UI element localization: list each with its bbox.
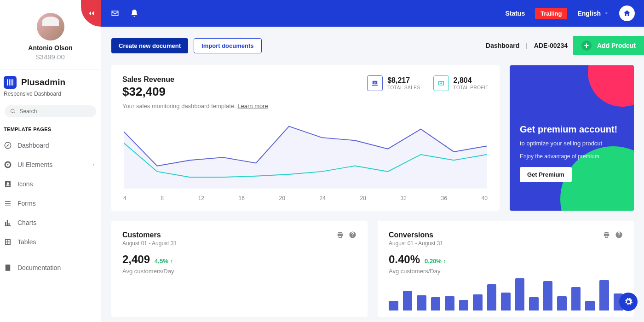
- total-sales-value: $8,217: [387, 77, 420, 84]
- print-icon[interactable]: [336, 231, 344, 239]
- gear-icon: [624, 297, 633, 306]
- revenue-value: $32,409: [122, 85, 268, 99]
- bar: [473, 294, 483, 310]
- conversions-delta: 0.20% ↑: [425, 258, 446, 264]
- breadcrumb-dashboard[interactable]: Dashboard: [486, 42, 519, 49]
- promo-title: Get premium account!: [520, 123, 624, 135]
- chevron-right-icon: [92, 162, 96, 167]
- total-profit-stat: 2,804 TOTAL PROFIT: [433, 75, 489, 91]
- premium-promo-card: Get premium account! to optimize your se…: [510, 65, 634, 211]
- total-profit-label: TOTAL PROFIT: [454, 85, 489, 90]
- brand-name: Plusadmin: [21, 77, 65, 87]
- bar: [543, 281, 553, 310]
- list-icon: [4, 199, 12, 207]
- total-sales-stat: $8,217 TOTAL SALES: [367, 75, 420, 91]
- account-icon: [4, 180, 12, 188]
- mail-icon[interactable]: [110, 9, 120, 18]
- sidebar-item-dashboard[interactable]: Dashboard: [0, 136, 101, 155]
- create-document-button[interactable]: Create new document: [111, 38, 188, 53]
- brand-row: Plusadmin: [0, 69, 101, 91]
- print-icon[interactable]: [603, 231, 610, 239]
- document-icon: [4, 264, 12, 272]
- status-link[interactable]: Status: [505, 10, 525, 17]
- sidebar-item-label: Documentation: [17, 264, 61, 271]
- content-area: Create new document Import documents Das…: [101, 27, 644, 322]
- customers-range: August 01 - August 31: [122, 240, 177, 247]
- search-input[interactable]: [19, 108, 91, 115]
- conversions-bar-chart: [389, 278, 623, 310]
- bar: [585, 301, 595, 310]
- sidebar: Antonio Olson $3499.00 Plusadmin Respons…: [0, 0, 101, 322]
- sidebar-item-label: Icons: [17, 180, 33, 188]
- customers-delta: 4,5% ↑: [155, 258, 173, 264]
- sidebar-item-label: Dashboard: [17, 142, 49, 149]
- get-premium-button[interactable]: Get Premium: [520, 167, 572, 182]
- sidebar-item-label: UI Elements: [17, 161, 52, 168]
- line-chart-svg: [122, 118, 489, 191]
- profile-balance: $3499.00: [5, 53, 96, 61]
- help-icon[interactable]: [615, 231, 623, 239]
- search-input-wrap[interactable]: [5, 105, 96, 117]
- breadcrumb-code: ADE-00234: [534, 42, 568, 49]
- plus-icon: +: [581, 40, 592, 51]
- promo-line1: to optimize your selling prodcut: [520, 140, 624, 147]
- language-label: English: [577, 10, 601, 17]
- bar: [431, 297, 441, 310]
- bar: [599, 280, 609, 310]
- sidebar-item-ui-elements[interactable]: UI Elements: [0, 155, 101, 174]
- topbar: Status Trailing English: [101, 0, 644, 27]
- bar: [389, 301, 398, 310]
- sidebar-item-tables[interactable]: Tables: [0, 232, 101, 252]
- customers-title: Customers: [122, 231, 177, 239]
- conversions-value: 0.40%: [389, 253, 420, 266]
- sidebar-item-label: Forms: [17, 200, 36, 207]
- bell-icon[interactable]: [130, 9, 139, 18]
- home-button[interactable]: [619, 6, 635, 21]
- language-selector[interactable]: English: [577, 10, 609, 17]
- bar: [487, 284, 497, 310]
- search-icon: [10, 108, 16, 115]
- bar: [459, 300, 469, 310]
- bar: [557, 296, 567, 310]
- home-icon: [623, 9, 631, 17]
- profile-name: Antonio Olson: [5, 44, 96, 52]
- sidebar-item-label: Charts: [17, 219, 36, 226]
- settings-fab[interactable]: [619, 293, 638, 311]
- brand-logo-icon: [4, 76, 17, 89]
- compass-icon: [4, 141, 12, 150]
- sidebar-item-forms[interactable]: Forms: [0, 194, 101, 213]
- add-product-button[interactable]: + Add Prodcut: [573, 36, 644, 55]
- avatar[interactable]: [37, 13, 64, 40]
- promo-line2: Enjoy the advantage of premium.: [520, 153, 624, 160]
- sidebar-item-documentation[interactable]: Documentation: [0, 258, 101, 277]
- revenue-chart: 481216202428323640: [122, 118, 489, 201]
- revenue-subtitle: Your sales monitoring dashboard template…: [122, 103, 268, 109]
- chevron-down-icon: [604, 11, 609, 16]
- conversions-title: Conversions: [389, 231, 443, 239]
- conversions-sub: Avg customers/Day: [389, 268, 623, 275]
- total-sales-label: TOTAL SALES: [387, 85, 420, 90]
- bar: [417, 295, 426, 310]
- sidebar-item-icons[interactable]: Icons: [0, 174, 101, 194]
- bar: [529, 297, 539, 310]
- grid-icon: [4, 238, 12, 246]
- revenue-subtitle-text: Your sales monitoring dashboard template…: [122, 103, 236, 109]
- brand-subtitle: Responsive Dashboard: [0, 91, 101, 103]
- sales-revenue-card: Sales Revenue $32,409 Your sales monitor…: [111, 65, 500, 211]
- bar: [501, 293, 511, 310]
- conversions-range: August 01 - August 31: [389, 240, 443, 247]
- chevron-left-icon: [87, 9, 95, 17]
- bar: [403, 291, 413, 310]
- learn-more-link[interactable]: Learn more: [237, 103, 268, 109]
- conversions-card: Conversions August 01 - August 31 0.40% …: [378, 221, 634, 317]
- trailing-badge[interactable]: Trailing: [535, 8, 567, 19]
- sales-icon: [367, 75, 383, 91]
- sidebar-item-charts[interactable]: Charts: [0, 213, 101, 232]
- revenue-title: Sales Revenue: [122, 75, 268, 84]
- bar: [571, 287, 581, 310]
- import-documents-button[interactable]: Import documents: [194, 38, 261, 53]
- profit-icon: [433, 75, 449, 91]
- help-icon[interactable]: [349, 231, 356, 239]
- bar-chart-icon: [4, 218, 12, 227]
- sidebar-item-label: Tables: [17, 238, 36, 246]
